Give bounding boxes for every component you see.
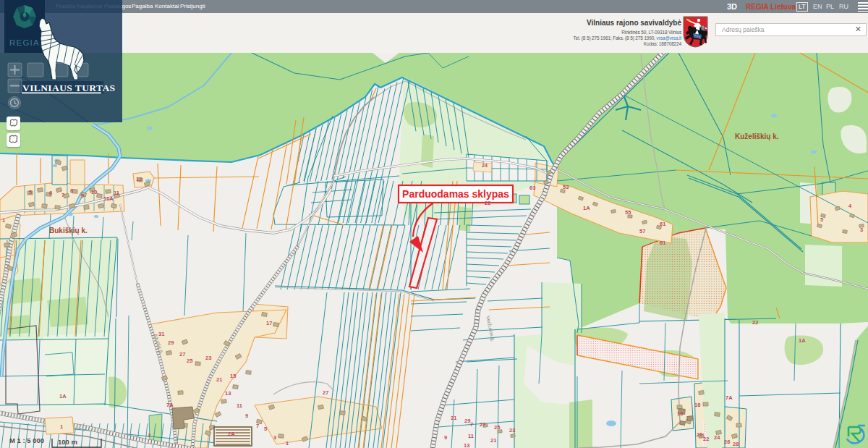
svg-text:12: 12: [136, 176, 142, 182]
svg-text:1: 1: [60, 423, 63, 430]
svg-text:23: 23: [509, 427, 515, 434]
svg-text:21: 21: [490, 437, 496, 444]
svg-text:100 m: 100 m: [58, 438, 77, 446]
svg-text:63: 63: [529, 185, 535, 191]
svg-text:7: 7: [61, 192, 64, 198]
svg-text:18: 18: [694, 402, 700, 408]
svg-text:22: 22: [485, 200, 490, 206]
svg-text:22: 22: [752, 319, 758, 326]
svg-text:1A: 1A: [799, 337, 806, 344]
svg-text:10A: 10A: [103, 195, 114, 202]
svg-text:27: 27: [179, 351, 185, 358]
svg-text:24: 24: [482, 163, 488, 168]
svg-text:61: 61: [660, 221, 665, 227]
svg-text:29: 29: [168, 339, 174, 346]
svg-text:7A: 7A: [726, 394, 733, 401]
svg-text:27: 27: [480, 421, 485, 428]
svg-text:Kuželiškių k.: Kuželiškių k.: [735, 132, 779, 140]
svg-text:11: 11: [237, 402, 242, 409]
svg-text:26: 26: [724, 439, 730, 445]
svg-text:61: 61: [660, 240, 665, 246]
svg-text:20: 20: [697, 431, 702, 438]
svg-text:1A: 1A: [583, 205, 590, 211]
svg-text:23: 23: [205, 355, 211, 361]
svg-text:9: 9: [245, 413, 248, 419]
svg-text:31: 31: [451, 415, 456, 421]
svg-text:5: 5: [820, 216, 823, 223]
svg-text:8: 8: [70, 187, 73, 194]
svg-text:15: 15: [230, 373, 236, 379]
svg-text:16: 16: [677, 410, 683, 417]
svg-text:24: 24: [714, 434, 720, 441]
svg-text:11: 11: [468, 433, 474, 439]
svg-text:25: 25: [187, 358, 192, 364]
svg-text:10: 10: [91, 189, 97, 195]
svg-text:28: 28: [733, 441, 739, 447]
svg-text:13: 13: [225, 390, 231, 397]
svg-text:6: 6: [49, 190, 52, 196]
svg-text:5: 5: [264, 426, 267, 432]
svg-text:3: 3: [860, 227, 863, 233]
svg-text:Parduodamas sklypas: Parduodamas sklypas: [402, 188, 509, 200]
svg-text:21: 21: [216, 376, 222, 383]
svg-text:3: 3: [273, 434, 276, 441]
svg-text:57: 57: [639, 228, 645, 234]
svg-text:17: 17: [266, 320, 272, 326]
svg-text:27: 27: [323, 389, 328, 396]
svg-text:M 1 : 5 000: M 1 : 5 000: [9, 436, 44, 444]
svg-text:55: 55: [625, 209, 631, 216]
svg-text:9: 9: [444, 434, 447, 441]
svg-text:2A: 2A: [228, 431, 235, 437]
svg-text:1A: 1A: [59, 393, 67, 400]
svg-text:1: 1: [2, 217, 5, 224]
svg-text:5: 5: [29, 189, 32, 195]
svg-text:25: 25: [494, 424, 500, 431]
svg-text:22: 22: [703, 436, 709, 442]
svg-text:7: 7: [470, 421, 473, 428]
svg-text:1: 1: [286, 440, 289, 447]
svg-text:11: 11: [114, 190, 119, 196]
svg-text:3: 3: [148, 432, 150, 439]
svg-text:53: 53: [563, 184, 569, 190]
svg-text:7A: 7A: [166, 402, 174, 408]
svg-text:9: 9: [81, 193, 84, 199]
svg-text:13: 13: [464, 442, 469, 448]
svg-text:Bukiškių k.: Bukiškių k.: [49, 227, 88, 234]
svg-text:7: 7: [256, 423, 259, 429]
